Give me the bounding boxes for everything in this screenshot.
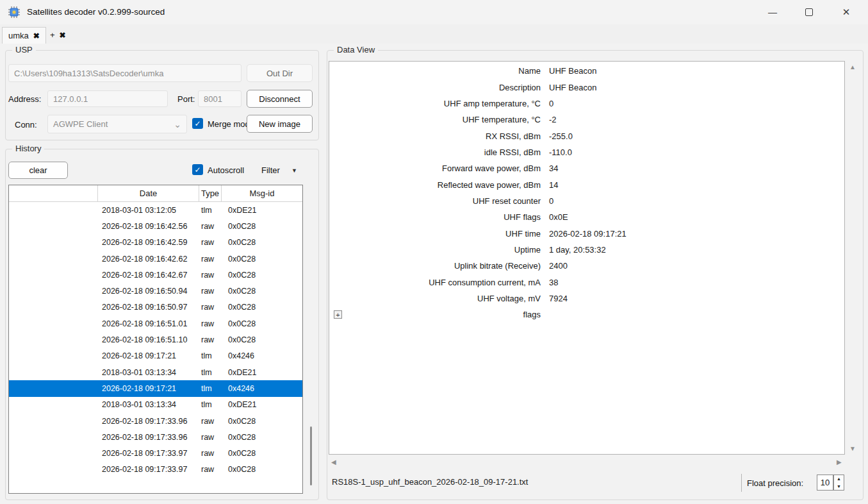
history-row[interactable]: 2026-02-18 09:16:42.67raw0x0C28 [9, 267, 302, 283]
float-precision-input[interactable]: 10 [817, 475, 833, 491]
history-row[interactable]: 2026-02-18 09:17:21tlm0x4246 [9, 348, 302, 364]
data-view-row[interactable]: UHF reset counter0 [329, 193, 844, 209]
history-cell: tlm [199, 206, 222, 215]
history-rows: 2018-03-01 03:12:05tlm0xDE212026-02-18 0… [9, 202, 302, 478]
history-row[interactable]: 2026-02-18 09:17:33.96raw0x0C28 [9, 413, 302, 429]
field-value: 0 [541, 196, 553, 206]
close-button[interactable]: ✕ [831, 4, 861, 21]
check-icon: ✓ [194, 119, 201, 128]
filter-dropdown[interactable]: Filter [261, 165, 280, 175]
close-tab-icon[interactable]: ✖ [60, 31, 66, 40]
history-cell: tlm [199, 384, 222, 393]
scroll-down-icon[interactable]: ▼ [849, 445, 856, 452]
data-view-row[interactable]: UHF amp temperature, °C0 [329, 96, 844, 112]
history-cell: 0xDE21 [222, 400, 302, 409]
disconnect-button[interactable]: Disconnect [247, 90, 313, 108]
tab-bar: umka ✖ + ✖ [0, 24, 868, 44]
data-view-row[interactable]: Reflected wave power, dBm14 [329, 176, 844, 192]
data-view-row[interactable]: RX RSSI, dBm-255.0 [329, 128, 844, 144]
history-row[interactable]: 2026-02-18 09:16:42.56raw0x0C28 [9, 218, 302, 234]
column-header-date[interactable]: Date [98, 185, 199, 201]
new-image-button[interactable]: New image [247, 115, 313, 133]
conn-value: AGWPE Client [53, 119, 108, 129]
scroll-left-icon[interactable]: ◀ [331, 458, 336, 466]
app-icon [8, 6, 20, 19]
conn-combobox[interactable]: AGWPE Client ⌄ [47, 115, 187, 133]
expand-icon[interactable]: + [334, 310, 342, 319]
column-header-msgid[interactable]: Msg-id [222, 185, 302, 201]
history-scrollbar-thumb[interactable] [310, 426, 312, 485]
history-row[interactable]: 2018-03-01 03:13:34tlm0xDE21 [9, 364, 302, 380]
history-cell: 2026-02-18 09:16:51.10 [98, 335, 199, 344]
history-cell: raw [199, 303, 222, 312]
data-view-row[interactable]: UHF time2026-02-18 09:17:21 [329, 225, 844, 241]
history-row[interactable]: 2026-02-18 09:17:33.97raw0x0C28 [9, 445, 302, 461]
field-name: UHF amp temperature, °C [329, 99, 541, 108]
history-row[interactable]: 2026-02-18 09:16:42.59raw0x0C28 [9, 235, 302, 251]
maximize-button[interactable] [794, 4, 824, 21]
history-row[interactable]: 2026-02-18 09:16:42.62raw0x0C28 [9, 251, 302, 267]
spin-down-icon[interactable]: ▼ [834, 483, 844, 491]
data-view-row[interactable]: Forward wave power, dBm34 [329, 160, 844, 176]
data-view-row[interactable]: UHF consumption current, mA38 [329, 274, 844, 290]
history-cell: 2026-02-18 09:16:42.59 [98, 238, 199, 247]
output-path-field[interactable]: C:\Users\109ha1313\SatsDecoder\umka [8, 64, 242, 82]
data-view-row[interactable]: UHF temperature, °C-2 [329, 112, 844, 128]
history-cell: raw [199, 433, 222, 442]
history-row[interactable]: 2026-02-18 09:17:33.97raw0x0C28 [9, 462, 302, 478]
out-dir-button[interactable]: Out Dir [247, 64, 313, 82]
data-view-row[interactable]: Uptime1 day, 20:53:32 [329, 242, 844, 258]
history-row[interactable]: 2018-03-01 03:13:34tlm0xDE21 [9, 397, 302, 413]
history-cell: 0x0C28 [222, 287, 302, 296]
spin-up-icon[interactable]: ▲ [834, 475, 844, 483]
tab-umka[interactable]: umka ✖ [2, 27, 46, 44]
field-value: 2400 [541, 261, 568, 271]
history-row[interactable]: 2026-02-18 09:16:50.97raw0x0C28 [9, 299, 302, 315]
history-table: Date Type Msg-id 2018-03-01 03:12:05tlm0… [8, 185, 303, 494]
field-value: 38 [541, 278, 558, 287]
history-row[interactable]: 2026-02-18 09:16:51.01raw0x0C28 [9, 315, 302, 332]
history-cell: 0x0C28 [222, 238, 302, 247]
data-view-row[interactable]: DescriptionUHF Beacon [329, 79, 844, 95]
close-tab-icon[interactable]: ✖ [33, 31, 40, 40]
field-name: UHF reset counter [329, 196, 541, 206]
field-value: -110.0 [541, 147, 572, 157]
history-row[interactable]: 2026-02-18 09:17:21tlm0x4246 [9, 380, 302, 396]
app-window: Satellites decoder v0.2.999-sourced — ✕ … [0, 0, 868, 504]
minimize-button[interactable]: — [758, 4, 787, 21]
data-view-row[interactable]: NameUHF Beacon [329, 63, 844, 79]
add-tab-icon[interactable]: + [50, 30, 55, 40]
port-label: Port: [177, 94, 195, 104]
tab-add[interactable]: + ✖ [44, 27, 72, 43]
history-cell: 2026-02-18 09:17:33.97 [98, 465, 199, 474]
history-row[interactable]: 2026-02-18 09:16:50.94raw0x0C28 [9, 283, 302, 299]
history-cell: 0x0C28 [222, 417, 302, 426]
address-field[interactable]: 127.0.0.1 [47, 90, 168, 107]
scroll-up-icon[interactable]: ▲ [849, 63, 856, 71]
history-cell: raw [199, 287, 222, 296]
data-view-row[interactable]: UHF flags0x0E [329, 209, 844, 225]
history-cell: 0x0C28 [222, 222, 302, 231]
merge-mode-checkbox[interactable]: ✓ [192, 118, 203, 129]
address-label: Address: [8, 94, 41, 104]
clear-button[interactable]: clear [8, 162, 68, 179]
data-view-row[interactable]: Uplink bitrate (Receive)2400 [329, 258, 844, 274]
field-value: 0 [541, 99, 553, 108]
chevron-down-icon: ⌄ [174, 122, 181, 127]
port-field[interactable]: 8001 [198, 90, 242, 107]
history-row[interactable]: 2026-02-18 09:16:51.10raw0x0C28 [9, 332, 302, 348]
history-cell: 0x4246 [222, 351, 302, 360]
field-name: Uptime [329, 245, 541, 255]
column-header-empty[interactable] [9, 185, 98, 201]
data-view-row[interactable]: +flags [329, 307, 844, 323]
history-row[interactable]: 2026-02-18 09:17:33.96raw0x0C28 [9, 429, 302, 445]
data-view-row[interactable]: UHF voltage, mV7924 [329, 290, 844, 307]
output-filename: RS18S-1_usp_uhf_beacon_2026-02-18_09-17-… [332, 477, 528, 487]
history-row[interactable]: 2018-03-01 03:12:05tlm0xDE21 [9, 202, 302, 218]
field-name: idle RSSI, dBm [329, 147, 541, 157]
column-header-type[interactable]: Type [199, 185, 222, 201]
caret-down-icon[interactable]: ▼ [291, 167, 297, 174]
data-view-row[interactable]: idle RSSI, dBm-110.0 [329, 144, 844, 160]
scroll-right-icon[interactable]: ▶ [837, 458, 842, 466]
autoscroll-checkbox[interactable]: ✓ [192, 164, 203, 175]
